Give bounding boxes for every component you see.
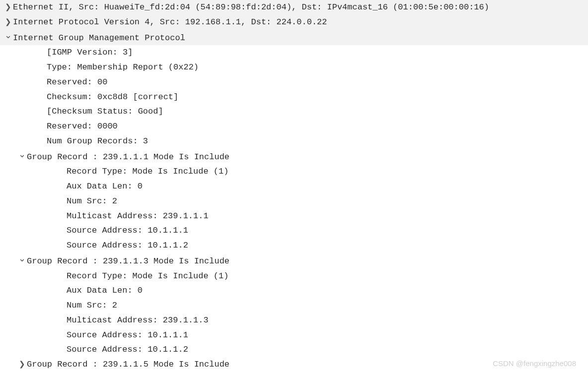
- tree-row[interactable]: Group Record : 239.1.1.1 Mode Is Include: [0, 149, 588, 165]
- tree-row[interactable]: Source Address: 10.1.1.1: [0, 223, 588, 238]
- tree-row[interactable]: Num Src: 2: [0, 194, 588, 209]
- tree-row[interactable]: Reserved: 00: [0, 75, 588, 90]
- tree-row[interactable]: Checksum: 0xc8d8 [correct]: [0, 90, 588, 105]
- arrow-spacer: [57, 224, 67, 237]
- arrow-spacer: [57, 284, 67, 297]
- arrow-spacer: [57, 343, 67, 356]
- chevron-right-icon[interactable]: [3, 15, 13, 28]
- tree-row-label: Record Type: Mode Is Include (1): [67, 167, 228, 176]
- arrow-spacer: [37, 105, 47, 118]
- tree-row-label: Checksum: 0xc8d8 [correct]: [47, 92, 178, 102]
- packet-details-tree: Ethernet II, Src: HuaweiTe_fd:2d:04 (54:…: [0, 0, 588, 372]
- tree-row-label: Num Src: 2: [67, 301, 117, 310]
- tree-row-label: Source Address: 10.1.1.2: [67, 345, 188, 354]
- tree-row[interactable]: Source Address: 10.1.1.2: [0, 342, 588, 357]
- arrow-spacer: [37, 120, 47, 132]
- tree-row-label: Aux Data Len: 0: [67, 286, 143, 295]
- tree-row-label: Group Record : 239.1.1.3 Mode Is Include: [27, 256, 229, 266]
- tree-row[interactable]: Group Record : 239.1.1.3 Mode Is Include: [0, 253, 588, 269]
- tree-row-label: Group Record : 239.1.1.1 Mode Is Include: [27, 152, 229, 162]
- tree-row-label: Group Record : 239.1.1.5 Mode Is Include: [27, 360, 229, 369]
- tree-row-label: [Checksum Status: Good]: [47, 107, 163, 116]
- tree-row[interactable]: Aux Data Len: 0: [0, 179, 588, 194]
- tree-row[interactable]: Internet Protocol Version 4, Src: 192.16…: [0, 15, 588, 30]
- tree-row[interactable]: Source Address: 10.1.1.2: [0, 238, 588, 253]
- arrow-spacer: [57, 299, 67, 312]
- arrow-spacer: [37, 46, 47, 59]
- arrow-spacer: [57, 313, 67, 326]
- tree-row-label: Internet Protocol Version 4, Src: 192.16…: [13, 17, 327, 27]
- tree-row[interactable]: [Checksum Status: Good]: [0, 104, 588, 119]
- tree-row[interactable]: Source Address: 10.1.1.1: [0, 328, 588, 343]
- chevron-right-icon[interactable]: [3, 0, 13, 13]
- arrow-spacer: [37, 134, 47, 147]
- tree-row-label: Source Address: 10.1.1.1: [67, 330, 188, 340]
- arrow-spacer: [57, 269, 67, 282]
- arrow-spacer: [37, 61, 47, 73]
- tree-row-label: Source Address: 10.1.1.2: [67, 241, 188, 250]
- tree-row-label: Reserved: 0000: [47, 122, 118, 131]
- tree-row[interactable]: Type: Membership Report (0x22): [0, 60, 588, 75]
- tree-row-label: Aux Data Len: 0: [67, 182, 143, 191]
- tree-row-label: Num Src: 2: [67, 196, 117, 206]
- chevron-down-icon[interactable]: [17, 253, 27, 269]
- tree-row-label: Reserved: 00: [47, 77, 107, 87]
- arrow-spacer: [37, 75, 47, 88]
- tree-row[interactable]: Record Type: Mode Is Include (1): [0, 269, 588, 284]
- tree-row[interactable]: Num Group Records: 3: [0, 134, 588, 149]
- arrow-spacer: [57, 180, 67, 192]
- tree-row-label: Source Address: 10.1.1.1: [67, 226, 188, 235]
- chevron-right-icon[interactable]: [17, 358, 27, 371]
- tree-row-label: Multicast Address: 239.1.1.1: [67, 211, 209, 221]
- tree-row-label: [IGMP Version: 3]: [47, 48, 133, 57]
- tree-row[interactable]: Record Type: Mode Is Include (1): [0, 164, 588, 179]
- tree-row[interactable]: Ethernet II, Src: HuaweiTe_fd:2d:04 (54:…: [0, 0, 588, 15]
- tree-row[interactable]: Multicast Address: 239.1.1.1: [0, 209, 588, 224]
- tree-row[interactable]: Reserved: 0000: [0, 119, 588, 134]
- chevron-down-icon[interactable]: [3, 30, 13, 46]
- tree-row-label: Type: Membership Report (0x22): [47, 63, 199, 72]
- tree-row[interactable]: Internet Group Management Protocol: [0, 30, 588, 46]
- arrow-spacer: [57, 239, 67, 251]
- chevron-down-icon[interactable]: [17, 149, 27, 165]
- arrow-spacer: [37, 90, 47, 103]
- tree-row-label: Internet Group Management Protocol: [13, 33, 185, 43]
- arrow-spacer: [57, 328, 67, 341]
- tree-row[interactable]: [IGMP Version: 3]: [0, 45, 588, 60]
- arrow-spacer: [57, 194, 67, 207]
- tree-row-label: Ethernet II, Src: HuaweiTe_fd:2d:04 (54:…: [13, 2, 489, 12]
- arrow-spacer: [57, 165, 67, 178]
- tree-row-label: Multicast Address: 239.1.1.3: [67, 315, 209, 325]
- tree-row[interactable]: Num Src: 2: [0, 298, 588, 313]
- tree-row[interactable]: Multicast Address: 239.1.1.3: [0, 313, 588, 328]
- tree-row[interactable]: Aux Data Len: 0: [0, 283, 588, 298]
- arrow-spacer: [57, 209, 67, 222]
- tree-row-label: Num Group Records: 3: [47, 136, 148, 146]
- tree-row-label: Record Type: Mode Is Include (1): [67, 271, 228, 281]
- tree-row[interactable]: Group Record : 239.1.1.5 Mode Is Include: [0, 357, 588, 372]
